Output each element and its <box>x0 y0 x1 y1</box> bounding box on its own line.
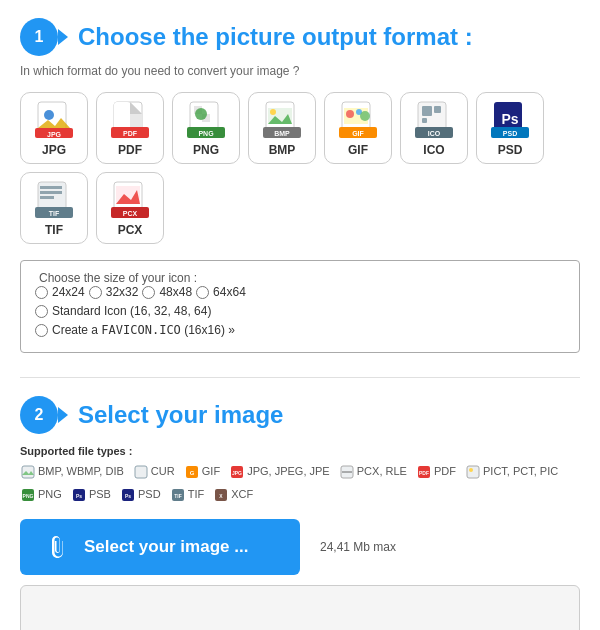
gif-icon: GIF <box>338 99 378 139</box>
format-pcx[interactable]: PCX PCX <box>96 172 164 244</box>
svg-text:PDF: PDF <box>123 130 138 137</box>
icon-size-fieldset: Choose the size of your icon : 24x24 32x… <box>35 271 565 342</box>
size-row-standard: Standard Icon (16, 32, 48, 64) <box>35 304 565 318</box>
psd-label: PSD <box>498 143 523 157</box>
svg-text:TIF: TIF <box>49 210 60 217</box>
svg-text:PNG: PNG <box>198 130 214 137</box>
filetype-pdf: PDF PDF <box>416 462 456 482</box>
bmp-small-icon <box>20 464 36 480</box>
format-gif[interactable]: GIF GIF <box>324 92 392 164</box>
step2-badge: 2 <box>20 396 58 434</box>
section1-title: Choose the picture output format : <box>78 23 473 51</box>
pict-small-icon <box>465 464 481 480</box>
tif-small-icon: TIF <box>170 487 186 503</box>
svg-text:ICO: ICO <box>428 130 441 137</box>
size-32[interactable]: 32x32 <box>89 285 139 299</box>
size-24[interactable]: 24x24 <box>35 285 85 299</box>
format-png[interactable]: PNG PNG <box>172 92 240 164</box>
format-bmp[interactable]: BMP BMP <box>248 92 316 164</box>
paperclip-icon <box>44 533 72 561</box>
section1-subtitle: In which format do you need to convert y… <box>20 64 580 78</box>
filetype-pict: PICT, PCT, PIC <box>465 462 558 482</box>
svg-text:PSD: PSD <box>503 130 517 137</box>
radio-32[interactable] <box>89 286 102 299</box>
jpg-small-icon: JPG <box>229 464 245 480</box>
radio-64[interactable] <box>196 286 209 299</box>
section2-header: 2 Select your image <box>20 396 580 434</box>
svg-text:PDF: PDF <box>419 470 429 476</box>
svg-rect-48 <box>22 466 34 478</box>
file-info-row: Select your image ... 24,41 Mb max <box>20 519 580 575</box>
format-psd[interactable]: Ps PSD PSD <box>476 92 544 164</box>
jpg-label: JPG <box>42 143 66 157</box>
icon-size-legend: Choose the size of your icon : <box>35 271 201 285</box>
format-ico[interactable]: ICO ICO <box>400 92 468 164</box>
pcx-icon: PCX <box>110 179 150 219</box>
svg-text:JPG: JPG <box>47 131 62 138</box>
svg-point-13 <box>195 108 207 120</box>
filetype-psd: Ps PSD <box>120 485 161 505</box>
radio-standard[interactable] <box>35 305 48 318</box>
svg-point-18 <box>270 109 276 115</box>
size-standard[interactable]: Standard Icon (16, 32, 48, 64) <box>35 304 211 318</box>
radio-favicon[interactable] <box>35 324 48 337</box>
cur-small-icon <box>133 464 149 480</box>
svg-rect-58 <box>467 466 479 478</box>
svg-rect-40 <box>40 191 62 194</box>
svg-text:BMP: BMP <box>274 130 290 137</box>
psb-small-icon: Ps <box>71 487 87 503</box>
max-size-label: 24,41 Mb max <box>320 540 396 554</box>
svg-text:Ps: Ps <box>76 493 82 499</box>
section-2: 2 Select your image Supported file types… <box>0 378 600 630</box>
size-favicon[interactable]: Create a FAVICON.ICO (16x16) » <box>35 323 235 337</box>
psd-small-icon: Ps <box>120 487 136 503</box>
filetype-png: PNG PNG <box>20 485 62 505</box>
format-tif[interactable]: TIF TIF <box>20 172 88 244</box>
bmp-label: BMP <box>269 143 296 157</box>
svg-point-23 <box>346 110 354 118</box>
icon-size-box: Choose the size of your icon : 24x24 32x… <box>20 260 580 353</box>
format-grid: JPG JPG PDF PDF <box>20 92 580 244</box>
svg-text:JPG: JPG <box>232 470 242 476</box>
size-48[interactable]: 48x48 <box>142 285 192 299</box>
size-row-presets: 24x24 32x32 48x48 64x64 <box>35 285 565 299</box>
jpg-icon: JPG <box>34 99 74 139</box>
select-image-label: Select your image ... <box>84 537 248 557</box>
svg-text:G: G <box>189 470 194 476</box>
svg-point-25 <box>360 111 370 121</box>
svg-text:Ps: Ps <box>125 493 131 499</box>
size-64[interactable]: 64x64 <box>196 285 246 299</box>
supported-types: Supported file types : BMP, WBMP, DIB CU… <box>20 442 580 509</box>
pdf-small-icon: PDF <box>416 464 432 480</box>
step1-badge: 1 <box>20 18 58 56</box>
pdf-icon: PDF <box>110 99 150 139</box>
filetype-tif: TIF TIF <box>170 485 205 505</box>
pcx-label: PCX <box>118 223 143 237</box>
section1-header: 1 Choose the picture output format : <box>20 18 580 56</box>
radio-24[interactable] <box>35 286 48 299</box>
svg-point-59 <box>469 468 473 472</box>
radio-48[interactable] <box>142 286 155 299</box>
filetype-psb: Ps PSB <box>71 485 111 505</box>
format-pdf[interactable]: PDF PDF <box>96 92 164 164</box>
pdf-label: PDF <box>118 143 142 157</box>
bmp-icon: BMP <box>262 99 302 139</box>
select-image-button[interactable]: Select your image ... <box>20 519 300 575</box>
section2-title: Select your image <box>78 401 283 429</box>
format-jpg[interactable]: JPG JPG <box>20 92 88 164</box>
filetype-xcf: X XCF <box>213 485 253 505</box>
drop-area[interactable] <box>20 585 580 630</box>
xcf-small-icon: X <box>213 487 229 503</box>
tif-icon: TIF <box>34 179 74 219</box>
svg-rect-41 <box>40 196 54 199</box>
svg-text:Ps: Ps <box>501 111 518 127</box>
filetype-bmp: BMP, WBMP, DIB <box>20 462 124 482</box>
filetype-pcx: PCX, RLE <box>339 462 407 482</box>
svg-rect-30 <box>434 106 441 113</box>
psd-icon: Ps PSD <box>490 99 530 139</box>
tif-label: TIF <box>45 223 63 237</box>
filetype-gif: G GIF <box>184 462 220 482</box>
gif-small-icon: G <box>184 464 200 480</box>
png-small-icon: PNG <box>20 487 36 503</box>
pcx-small-icon <box>339 464 355 480</box>
